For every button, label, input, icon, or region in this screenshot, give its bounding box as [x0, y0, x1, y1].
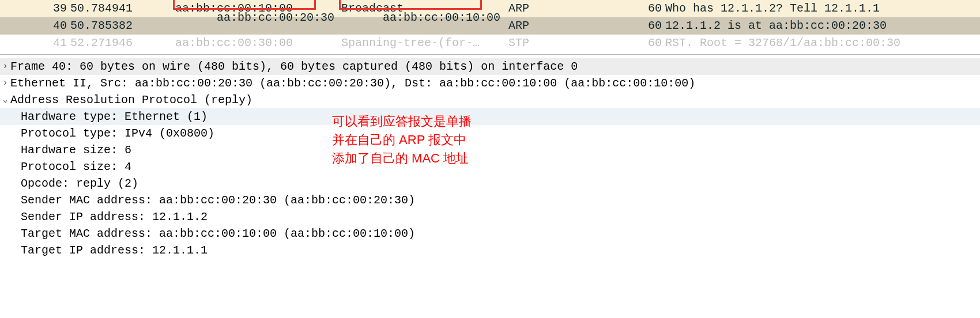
detail-psize-text: Protocol size: 4 [21, 159, 131, 175]
col-source: aa:bb:cc:00:30:00 [175, 35, 341, 51]
detail-hwtype-text: Hardware type: Ethernet (1) [21, 109, 208, 125]
detail-arp-text: Address Resolution Protocol (reply) [10, 92, 252, 108]
col-info: RST. Root = 32768/1/aa:bb:cc:00:30 [665, 35, 980, 51]
detail-opcode[interactable]: Opcode: reply (2) [0, 175, 980, 192]
col-num: 39 [0, 1, 70, 17]
col-time: 50.784941 [70, 1, 175, 17]
detail-sender-ip[interactable]: Sender IP address: 12.1.1.2 [0, 209, 980, 225]
col-time: 50.785382 [70, 18, 175, 34]
detail-psize[interactable]: Protocol size: 4 [0, 158, 980, 175]
detail-target-mac-text: Target MAC address: aa:bb:cc:00:10:00 (a… [21, 226, 415, 242]
detail-ethernet-text: Ethernet II, Src: aa:bb:cc:00:20:30 (aa:… [10, 75, 695, 92]
detail-frame-text: Frame 40: 60 bytes on wire (480 bits), 6… [10, 59, 578, 75]
highlight-box-dest [339, 0, 482, 10]
col-protocol: ARP [508, 1, 635, 17]
highlight-box-source [173, 0, 316, 10]
collapse-icon[interactable]: ⌄ [0, 93, 10, 106]
detail-sender-mac-text: Sender MAC address: aa:bb:cc:00:20:30 (a… [21, 192, 415, 209]
detail-sender-mac[interactable]: Sender MAC address: aa:bb:cc:00:20:30 (a… [0, 192, 980, 209]
packet-row-selected[interactable]: 40 50.785382 aa:bb:cc:00:20:30 aa:bb:cc:… [0, 17, 980, 35]
dest-text: aa:bb:cc:00:10:00 [383, 11, 500, 24]
detail-target-mac[interactable]: Target MAC address: aa:bb:cc:00:10:00 (a… [0, 225, 980, 242]
col-dest: Spanning-tree-(for-… [341, 35, 508, 51]
detail-hwtype[interactable]: Hardware type: Ethernet (1) [0, 108, 980, 125]
col-info: Who has 12.1.1.2? Tell 12.1.1.1 [665, 1, 980, 17]
col-time: 52.271946 [70, 35, 175, 51]
detail-target-ip-text: Target IP address: 12.1.1.1 [21, 243, 208, 259]
col-length: 60 [635, 1, 665, 17]
col-num: 41 [0, 35, 70, 51]
col-protocol: ARP [508, 18, 635, 34]
expand-icon[interactable]: › [0, 60, 10, 73]
col-protocol: STP [508, 35, 635, 51]
source-text: aa:bb:cc:00:20:30 [217, 11, 334, 24]
col-num: 40 [0, 18, 70, 34]
detail-frame[interactable]: › Frame 40: 60 bytes on wire (480 bits),… [0, 58, 980, 75]
detail-hwsize[interactable]: Hardware size: 6 [0, 142, 980, 158]
detail-ptype[interactable]: Protocol type: IPv4 (0x0800) [0, 125, 980, 142]
packet-list: 39 50.784941 aa:bb:cc:00:10:00 Broadcast… [0, 0, 980, 55]
detail-ptype-text: Protocol type: IPv4 (0x0800) [21, 126, 214, 142]
detail-target-ip[interactable]: Target IP address: 12.1.1.1 [0, 242, 980, 259]
detail-hwsize-text: Hardware size: 6 [21, 142, 131, 158]
detail-sender-ip-text: Sender IP address: 12.1.1.2 [21, 209, 208, 225]
packet-details: › Frame 40: 60 bytes on wire (480 bits),… [0, 55, 980, 259]
detail-ethernet[interactable]: › Ethernet II, Src: aa:bb:cc:00:20:30 (a… [0, 75, 980, 92]
packet-row[interactable]: 41 52.271946 aa:bb:cc:00:30:00 Spanning-… [0, 35, 980, 52]
detail-opcode-text: Opcode: reply (2) [21, 176, 138, 192]
col-info: 12.1.1.2 is at aa:bb:cc:00:20:30 [665, 18, 980, 34]
col-length: 60 [635, 18, 665, 34]
detail-arp[interactable]: ⌄ Address Resolution Protocol (reply) [0, 92, 980, 108]
expand-icon[interactable]: › [0, 77, 10, 89]
col-length: 60 [635, 35, 665, 51]
